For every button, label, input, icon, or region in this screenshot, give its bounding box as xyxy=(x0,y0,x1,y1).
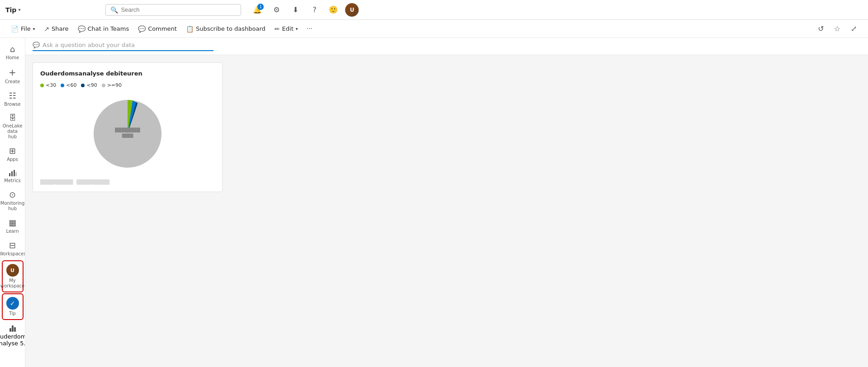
svg-text:████████: ████████ xyxy=(114,127,140,133)
edit-chevron: ▾ xyxy=(296,27,298,31)
workspaces-label: Workspaces xyxy=(0,251,25,257)
apps-icon: ⊞ xyxy=(9,146,16,155)
edit-label: Edit xyxy=(282,25,294,32)
svg-text:████: ████ xyxy=(122,133,133,138)
share-button[interactable]: ↗ Share xyxy=(40,23,72,35)
search-bar: 🔍 xyxy=(105,4,241,16)
pie-chart: ████████ ████ xyxy=(89,95,166,172)
ask-bar: 💬 Ask a question about your data xyxy=(25,38,868,55)
tip-label: Tip xyxy=(9,311,16,316)
gear-icon: ⚙ xyxy=(273,5,280,14)
home-label: Home xyxy=(6,55,19,61)
edit-icon: ✏ xyxy=(275,25,280,33)
teams-icon: 💬 xyxy=(78,25,85,33)
ask-input-container[interactable]: 💬 Ask a question about your data xyxy=(33,42,213,51)
svg-rect-1 xyxy=(11,171,13,176)
sidebar-item-onelake[interactable]: 🗄 OneLake data hub xyxy=(2,111,24,142)
chart-card: Ouderdomsanalyse debiteuren <30 <60 <90 xyxy=(33,62,223,192)
legend-dot-gte90 xyxy=(102,84,105,87)
workspaces-icon: ⊟ xyxy=(9,240,16,250)
sidebar-item-metrics[interactable]: Metrics xyxy=(2,166,24,186)
help-icon: ? xyxy=(313,5,317,14)
sidebar-item-ouderdoms[interactable]: Ouderdoms analyse 5.9 xyxy=(2,321,24,349)
file-icon: 📄 xyxy=(11,25,19,33)
bottom-label-2: ████ █████ xyxy=(76,179,109,184)
chart-bottom-labels: ████ █████ ████ █████ xyxy=(40,179,215,184)
notifications-button[interactable]: 🔔 1 xyxy=(250,3,265,17)
search-input[interactable] xyxy=(121,6,236,13)
comment-button[interactable]: 💬 Comment xyxy=(134,23,180,35)
bar-chart-icon xyxy=(9,324,16,332)
legend-label-gte90: >=90 xyxy=(107,82,122,88)
legend-dot-lt90 xyxy=(81,84,85,87)
settings-button[interactable]: ⚙ xyxy=(269,3,284,17)
refresh-button[interactable]: ↺ xyxy=(814,22,828,36)
browse-icon: ☷ xyxy=(9,91,16,100)
sidebar-item-monitoring[interactable]: ⊙ Monitoring hub xyxy=(2,187,24,214)
face-button[interactable]: 🙂 xyxy=(326,3,341,17)
monitoring-icon: ⊙ xyxy=(9,190,16,199)
comment-label: Comment xyxy=(148,25,177,32)
fullscreen-icon: ⤢ xyxy=(851,24,857,33)
learn-icon: ▦ xyxy=(9,218,16,227)
topbar: Tip ▾ 🔍 🔔 1 ⚙ ⬇ ? 🙂 U xyxy=(0,0,868,20)
download-button[interactable]: ⬇ xyxy=(288,3,303,17)
subscribe-button[interactable]: 📋 Subscribe to dashboard xyxy=(182,23,269,35)
subscribe-label: Subscribe to dashboard xyxy=(196,25,266,32)
metrics-label: Metrics xyxy=(4,178,20,184)
legend-item-lt30: <30 xyxy=(40,82,56,88)
legend-dot-lt60 xyxy=(61,84,64,87)
learn-label: Learn xyxy=(6,229,19,234)
star-icon: ☆ xyxy=(834,24,840,33)
file-label: File xyxy=(21,25,31,32)
svg-rect-3 xyxy=(16,172,16,176)
fullscreen-button[interactable]: ⤢ xyxy=(846,22,861,36)
sidebar-item-learn[interactable]: ▦ Learn xyxy=(2,215,24,237)
share-label: Share xyxy=(52,25,69,32)
share-icon: ↗ xyxy=(44,25,49,33)
bottom-label-1: ████ █████ xyxy=(40,179,73,184)
sidebar-item-apps[interactable]: ⊞ Apps xyxy=(2,143,24,165)
notification-badge: 1 xyxy=(257,4,264,10)
legend-item-lt60: <60 xyxy=(61,82,76,88)
sidebar: ⌂ Home + Create ☷ Browse 🗄 OneLake data … xyxy=(0,38,25,367)
chat-teams-button[interactable]: 💬 Chat in Teams xyxy=(74,23,133,35)
create-icon: + xyxy=(9,67,16,78)
file-button[interactable]: 📄 File ▾ xyxy=(7,23,38,35)
edit-button[interactable]: ✏ Edit ▾ xyxy=(271,23,301,35)
more-label: ··· xyxy=(307,25,312,32)
svg-rect-2 xyxy=(14,170,15,176)
sidebar-item-tip[interactable]: ✓ Tip xyxy=(2,293,24,320)
legend-label-lt30: <30 xyxy=(46,82,56,88)
sidebar-item-my-workspace[interactable]: U My workspace xyxy=(2,260,24,292)
user-avatar[interactable]: U xyxy=(345,3,359,17)
legend-item-gte90: >=90 xyxy=(102,82,122,88)
create-label: Create xyxy=(5,79,20,85)
title-text: Tip xyxy=(5,6,16,14)
home-icon: ⌂ xyxy=(10,44,15,54)
toolbar: 📄 File ▾ ↗ Share 💬 Chat in Teams 💬 Comme… xyxy=(0,20,868,38)
download-icon: ⬇ xyxy=(293,5,299,14)
sidebar-item-create[interactable]: + Create xyxy=(2,64,24,87)
legend-label-lt60: <60 xyxy=(66,82,76,88)
more-button[interactable]: ··· xyxy=(303,23,316,34)
sidebar-item-home[interactable]: ⌂ Home xyxy=(2,42,24,63)
sidebar-item-workspaces[interactable]: ⊟ Workspaces xyxy=(2,238,24,259)
ouderdoms-label: Ouderdoms analyse 5.9 xyxy=(0,333,25,347)
comment-icon: 💬 xyxy=(138,25,146,33)
help-button[interactable]: ? xyxy=(307,3,322,17)
my-workspace-avatar: U xyxy=(6,264,19,277)
refresh-icon: ↺ xyxy=(818,24,824,33)
pie-svg: ████████ ████ xyxy=(89,95,166,172)
file-chevron: ▾ xyxy=(33,27,35,31)
favorite-button[interactable]: ☆ xyxy=(830,22,844,36)
tip-icon: ✓ xyxy=(6,297,19,310)
sidebar-item-browse[interactable]: ☷ Browse xyxy=(2,88,24,110)
search-icon: 🔍 xyxy=(110,6,118,14)
app-body: ⌂ Home + Create ☷ Browse 🗄 OneLake data … xyxy=(0,38,868,367)
legend-item-lt90: <90 xyxy=(81,82,97,88)
chart-legend: <30 <60 <90 >=90 xyxy=(40,82,215,88)
pie-container: ████████ ████ xyxy=(40,92,215,176)
ask-icon: 💬 xyxy=(33,42,40,48)
title-chevron[interactable]: ▾ xyxy=(18,7,20,12)
